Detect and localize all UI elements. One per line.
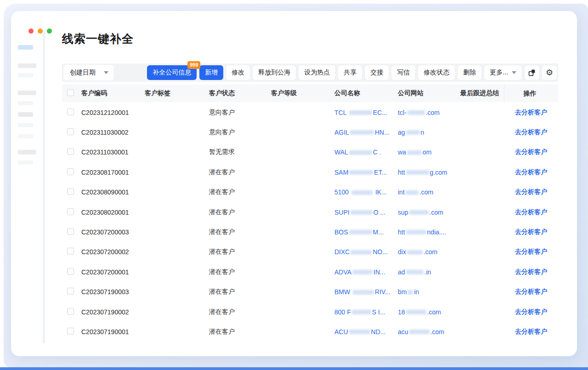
company-website-cell[interactable]: ad.in (398, 268, 460, 276)
text-fragment: NO... (373, 248, 388, 256)
action-cell: 去分析客户 (504, 148, 558, 156)
row-checkbox[interactable] (67, 208, 74, 215)
more-button[interactable]: 更多... (484, 65, 522, 80)
company-website-cell[interactable]: httndia.... (398, 228, 460, 236)
row-checkbox[interactable] (67, 248, 74, 255)
toolbar-button-设为热点[interactable]: 设为热点 (299, 65, 335, 80)
redacted-blur (406, 310, 426, 314)
company-website-cell[interactable]: bmin (398, 288, 460, 296)
company-name-cell[interactable]: ADVAIN... (334, 268, 398, 276)
analyze-customer-link[interactable]: 去分析客户 (515, 308, 547, 315)
company-name-cell[interactable]: BMW RIV... (334, 288, 398, 296)
company-website-cell[interactable]: acu.com (398, 328, 460, 336)
row-checkbox[interactable] (67, 328, 74, 335)
analyze-customer-link[interactable]: 去分析客户 (515, 228, 547, 235)
company-name-cell[interactable]: WALC . (334, 148, 398, 156)
redacted-blur (407, 250, 423, 255)
row-checkbox[interactable] (67, 168, 74, 175)
row-checkbox[interactable] (67, 148, 74, 155)
text-fragment: 18 (398, 308, 405, 316)
action-cell: 去分析客户 (504, 168, 558, 176)
company-website-cell[interactable]: waom (398, 148, 460, 156)
company-website-cell[interactable]: httg.com (398, 169, 460, 176)
analyze-customer-link[interactable]: 去分析客户 (515, 328, 547, 335)
table-row: C202308170001潜在客户SAMET...httg.com去分析客户 (62, 162, 558, 182)
create-date-filter-label: 创建日期 (70, 68, 96, 77)
customer-status-cell: 意向客户 (209, 128, 271, 137)
table-row: C202307190002潜在客户800 FS I...18.com去分析客户 (62, 302, 558, 322)
company-website-cell[interactable]: tcl-.com (398, 109, 460, 116)
toolbar-button-删除[interactable]: 删除 (458, 65, 481, 80)
settings-gear-icon[interactable]: ⚙ (542, 65, 557, 80)
toolbar-button-交接[interactable]: 交接 (365, 65, 389, 80)
text-fragment: wa (398, 148, 406, 156)
text-fragment: M... (373, 228, 384, 236)
switch-view-icon[interactable] (525, 65, 539, 80)
skeleton-bar (18, 123, 33, 127)
column-header: 公司名称 (334, 89, 398, 97)
text-fragment: .com (424, 248, 437, 256)
row-checkbox[interactable] (67, 308, 74, 315)
text-fragment: .in (424, 268, 431, 276)
redacted-blur (349, 150, 372, 155)
toolbar-button-修改状态[interactable]: 修改状态 (418, 65, 455, 80)
analyze-customer-link[interactable]: 去分析客户 (515, 168, 547, 176)
text-fragment: DIXC (334, 248, 350, 256)
gear-glyph: ⚙ (546, 68, 553, 77)
text-fragment: .com (427, 308, 441, 316)
analyze-customer-link[interactable]: 去分析客户 (515, 128, 547, 136)
customer-status-cell: 潜在客户 (209, 248, 271, 256)
row-checkbox[interactable] (67, 188, 74, 195)
row-checkbox[interactable] (67, 128, 74, 135)
row-checkbox[interactable] (67, 228, 74, 235)
text-fragment: TCL (334, 109, 348, 116)
toolbar-button-释放到公海[interactable]: 释放到公海 (253, 65, 296, 80)
company-name-cell[interactable]: SUPIO ... (334, 209, 398, 216)
maximize-window-icon[interactable] (47, 28, 52, 34)
company-website-cell[interactable]: agn (398, 129, 460, 136)
toolbar-button-共享[interactable]: 共享 (338, 65, 362, 80)
company-website-cell[interactable]: dix.com (398, 248, 460, 256)
toolbar-button-写信[interactable]: 写信 (391, 65, 415, 80)
toolbar-button-修改[interactable]: 修改 (226, 65, 250, 80)
redacted-blur (350, 130, 374, 135)
analyze-customer-link[interactable]: 去分析客户 (515, 248, 547, 255)
company-website-cell[interactable]: sup.com (398, 209, 460, 216)
redacted-blur (352, 270, 373, 274)
company-name-cell[interactable]: AGILHN... (334, 129, 398, 136)
text-fragment: 5100 (334, 188, 351, 196)
column-header: 客户标签 (145, 89, 209, 97)
analyze-customer-link[interactable]: 去分析客户 (515, 288, 547, 295)
table-row: C202307200003潜在客户BOSM...httndia....去分析客户 (62, 222, 558, 242)
minimize-window-icon[interactable] (38, 28, 43, 34)
company-name-cell[interactable]: DIXCNO... (334, 248, 398, 256)
text-fragment: g.com (430, 169, 447, 176)
row-checkbox[interactable] (67, 108, 74, 115)
redacted-blur (407, 150, 422, 155)
company-name-cell[interactable]: BOSM... (334, 228, 398, 236)
analyze-customer-link[interactable]: 去分析客户 (515, 108, 547, 116)
create-date-filter-dropdown[interactable]: 创建日期 (63, 65, 114, 80)
row-checkbox[interactable] (67, 268, 74, 275)
analyze-customer-link[interactable]: 去分析客户 (515, 148, 547, 155)
company-website-cell[interactable]: int.com (398, 188, 460, 196)
text-fragment: .com (419, 188, 433, 196)
sidebar-divider-scrollbar[interactable] (43, 30, 45, 343)
company-name-cell[interactable]: 800 FS I... (334, 308, 398, 316)
company-name-cell[interactable]: SAMET... (334, 169, 398, 176)
add-button[interactable]: 新增 (199, 65, 223, 80)
action-cell: 去分析客户 (504, 188, 558, 196)
customer-code-cell: C202312120001 (81, 109, 145, 116)
redacted-blur (349, 170, 373, 175)
company-name-cell[interactable]: ACUND... (334, 328, 398, 336)
company-name-cell[interactable]: 5100 IK... (334, 188, 398, 196)
company-name-cell[interactable]: TCL EC... (334, 109, 398, 116)
analyze-customer-link[interactable]: 去分析客户 (515, 268, 547, 275)
close-window-icon[interactable] (28, 28, 34, 34)
analyze-customer-link[interactable]: 去分析客户 (515, 188, 547, 195)
select-all-checkbox[interactable] (67, 89, 74, 96)
company-website-cell[interactable]: 18.com (398, 308, 460, 316)
row-checkbox[interactable] (67, 288, 74, 295)
text-fragment: acu (398, 328, 408, 336)
analyze-customer-link[interactable]: 去分析客户 (515, 208, 547, 216)
